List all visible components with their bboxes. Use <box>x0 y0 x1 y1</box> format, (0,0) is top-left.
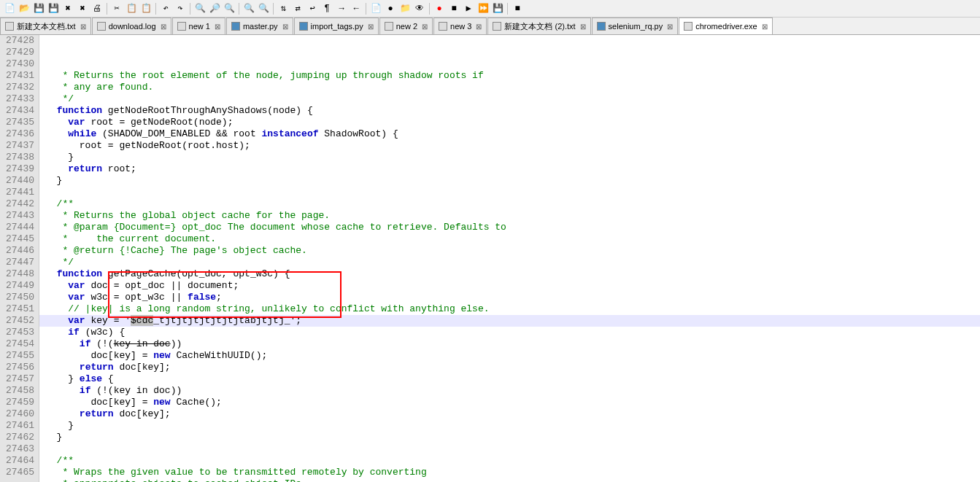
line-number: 27449 <box>6 280 34 292</box>
close-icon[interactable]: ⊠ <box>215 23 220 31</box>
terminal-icon[interactable]: ■ <box>511 2 524 15</box>
close-icon[interactable]: ✖ <box>61 2 74 15</box>
sync-h-icon[interactable]: ⇄ <box>291 2 304 15</box>
file-icon <box>597 22 606 31</box>
tab-6[interactable]: new 3⊠ <box>433 18 487 34</box>
zoom-out-icon[interactable]: 🔍 <box>257 2 270 15</box>
stop-icon[interactable]: ■ <box>447 2 460 15</box>
new-file-icon[interactable]: 📄 <box>3 2 16 15</box>
code-line[interactable]: if (w3c) { <box>39 327 980 338</box>
code-line[interactable]: * any are found. <box>39 82 980 93</box>
tab-8[interactable]: selenium_rq.py⊠ <box>592 18 679 34</box>
word-wrap-icon[interactable]: ↩ <box>306 2 319 15</box>
tab-2[interactable]: new 1⊠ <box>172 18 225 34</box>
code-line[interactable]: * @param {Document=} opt_doc The documen… <box>39 222 980 233</box>
lang-cmd-icon[interactable]: ● <box>384 2 397 15</box>
code-line[interactable]: doc[key] = new CacheWithUUID(); <box>39 350 980 362</box>
code-line[interactable]: function getPageCache(opt_doc, opt_w3c) … <box>39 268 980 280</box>
tab-0[interactable]: 新建文本文档.txt⊠ <box>0 18 91 34</box>
tab-label: new 3 <box>450 22 471 31</box>
code-line[interactable]: var doc = opt_doc || document; <box>39 280 980 292</box>
print-icon[interactable]: 🖨 <box>90 2 104 15</box>
open-folder-icon[interactable]: 📂 <box>18 2 31 15</box>
paste-icon[interactable]: 📋 <box>139 2 153 15</box>
code-line[interactable]: while (SHADOW_DOM_ENABLED && root instan… <box>39 128 980 140</box>
close-icon[interactable]: ⊠ <box>580 23 586 31</box>
tab-label: 新建文本文档.txt <box>17 21 76 32</box>
code-line[interactable]: var root = getNodeRoot(node); <box>39 117 980 128</box>
find-icon[interactable]: 🔍 <box>193 2 207 15</box>
record-icon[interactable]: ● <box>433 2 446 15</box>
code-line[interactable]: if (!(key in doc)) <box>39 385 980 397</box>
close-icon[interactable]: ⊠ <box>422 23 428 31</box>
outdent-icon[interactable]: ← <box>350 2 363 15</box>
tab-3[interactable]: master.py⊠ <box>226 18 293 34</box>
cut-icon[interactable]: ✂ <box>110 2 123 15</box>
lang-doc-icon[interactable]: 📄 <box>369 2 382 15</box>
close-icon[interactable]: ⊠ <box>476 23 482 31</box>
code-line[interactable]: // |key| is a long random string, unlike… <box>39 303 980 315</box>
tab-4[interactable]: import_tags.py⊠ <box>294 18 379 34</box>
redo-icon[interactable]: ↷ <box>174 2 187 15</box>
tab-9[interactable]: chromedriver.exe⊠ <box>679 18 772 34</box>
line-number: 27457 <box>6 373 34 385</box>
tab-5[interactable]: new 2⊠ <box>379 18 433 34</box>
code-line[interactable]: /** <box>39 198 980 210</box>
code-line[interactable]: * Returns the global object cache for th… <box>39 210 980 222</box>
find-in-files-icon[interactable]: 🔍 <box>223 2 236 15</box>
line-number: 27447 <box>6 257 34 268</box>
sync-v-icon[interactable]: ⇅ <box>277 2 290 15</box>
code-line[interactable]: return root; <box>39 163 980 175</box>
save-macro-icon[interactable]: 💾 <box>491 2 504 15</box>
tab-label: master.py <box>243 22 278 31</box>
code-line[interactable]: * the current document. <box>39 233 980 245</box>
code-content[interactable]: * Returns the root element of the node, … <box>39 35 980 482</box>
code-line[interactable]: * @return {!Cache} The page's object cac… <box>39 245 980 257</box>
code-line[interactable]: */ <box>39 93 980 105</box>
close-icon[interactable]: ⊠ <box>368 23 374 31</box>
line-number: 27431 <box>6 70 34 82</box>
copy-icon[interactable]: 📋 <box>125 2 138 15</box>
code-line[interactable]: return doc[key]; <box>39 362 980 373</box>
show-all-icon[interactable]: ¶ <box>320 2 333 15</box>
code-line[interactable]: } else { <box>39 373 980 385</box>
code-line[interactable]: } <box>39 175 980 187</box>
eye-icon[interactable]: 👁 <box>413 2 426 15</box>
close-icon[interactable]: ⊠ <box>80 23 86 31</box>
code-line[interactable]: * Returns the root element of the node, … <box>39 70 980 82</box>
code-line[interactable] <box>39 187 980 198</box>
code-line[interactable]: } <box>39 420 980 432</box>
close-all-icon[interactable]: ✖ <box>76 2 89 15</box>
code-line[interactable]: return doc[key]; <box>39 408 980 420</box>
code-line[interactable]: */ <box>39 257 980 268</box>
close-icon[interactable]: ⊠ <box>762 23 768 31</box>
code-line[interactable]: root = getNodeRoot(root.host); <box>39 140 980 152</box>
code-line[interactable]: } <box>39 152 980 163</box>
fast-forward-icon[interactable]: ⏩ <box>477 2 490 15</box>
code-line[interactable]: var key = '$cdc_tjtjtjtjtjtjtjtabjtjtj_'… <box>39 315 980 327</box>
save-icon[interactable]: 💾 <box>32 2 45 15</box>
close-icon[interactable]: ⊠ <box>282 23 288 31</box>
line-number: 27456 <box>6 362 34 373</box>
code-line[interactable]: * Wraps the given value to be transmitte… <box>39 467 980 478</box>
close-icon[interactable]: ⊠ <box>161 23 166 31</box>
save-all-icon[interactable]: 💾 <box>47 2 60 15</box>
code-line[interactable]: function getNodeRootThroughAnyShadows(no… <box>39 105 980 117</box>
code-line[interactable]: if (!(key in doc)) <box>39 338 980 350</box>
code-line[interactable] <box>39 443 980 455</box>
find-replace-icon[interactable]: 🔎 <box>208 2 221 15</box>
tab-1[interactable]: download.log⊠ <box>92 18 171 34</box>
undo-icon[interactable]: ↶ <box>159 2 172 15</box>
tab-7[interactable]: 新建文本文档 (2).txt⊠ <box>487 18 590 34</box>
folder-icon[interactable]: 📁 <box>398 2 412 15</box>
code-line[interactable]: doc[key] = new Cache(); <box>39 397 980 408</box>
code-line[interactable]: * appropriate objects to cached object I… <box>39 478 980 482</box>
code-line[interactable]: } <box>39 432 980 443</box>
close-icon[interactable]: ⊠ <box>667 23 673 31</box>
indent-icon[interactable]: → <box>335 2 348 15</box>
code-area[interactable]: 2742827429274302743127432274332743427435… <box>0 35 980 482</box>
code-line[interactable]: /** <box>39 455 980 467</box>
zoom-in-icon[interactable]: 🔍 <box>242 2 255 15</box>
play-icon[interactable]: ▶ <box>462 2 475 15</box>
code-line[interactable]: var w3c = opt_w3c || false; <box>39 292 980 303</box>
